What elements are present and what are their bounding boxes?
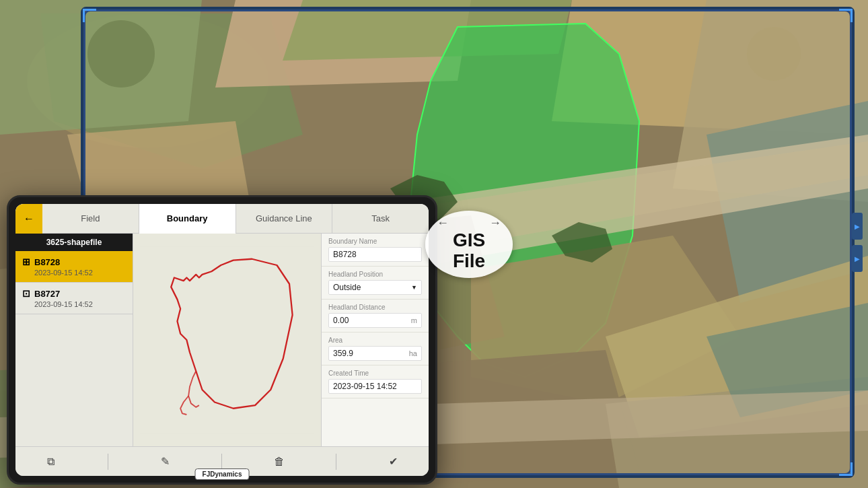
tab-boundary[interactable]: Boundary <box>139 204 236 234</box>
tablet-content: 3625-shapefile ⊞ B8728 2023-09-15 14:52 … <box>15 234 429 446</box>
tab-guidance[interactable]: Guidance Line <box>236 204 333 234</box>
headland-position-label: Headland Position <box>328 271 422 278</box>
area-field: Area 359.9 ha <box>322 333 429 365</box>
boundary-item-b8727-label: B8727 <box>34 289 60 299</box>
created-time-field: Created Time 2023-09-15 14:52 <box>322 365 429 398</box>
boundary-item-b8727-header: ⊡ B8727 <box>22 288 126 299</box>
delete-icon: 🗑 <box>274 456 285 468</box>
toolbar-divider-3 <box>336 454 336 470</box>
created-time-value: 2023-09-15 14:52 <box>328 379 422 394</box>
boundary-item-b8727[interactable]: ⊡ B8727 2023-09-15 14:52 <box>15 283 133 314</box>
tablet-screen: ← Field Boundary Guidance Line Task 3625… <box>15 204 429 476</box>
back-button[interactable]: ← <box>15 204 42 234</box>
boundary-item-b8728-header: ⊞ B8728 <box>22 256 126 267</box>
delete-button[interactable]: 🗑 <box>266 450 293 474</box>
area-label: Area <box>328 337 422 344</box>
boundary-name-value: B8728 <box>328 247 422 262</box>
copy-icon: ⧉ <box>47 456 55 468</box>
headland-position-field: Headland Position Outside ▼ <box>322 267 429 300</box>
details-panel: Boundary Name B8728 Headland Position Ou… <box>321 234 429 446</box>
boundary-item-b8728-label: B8728 <box>34 257 60 267</box>
area-value: 359.9 ha <box>328 346 422 361</box>
side-arrows-right: ▶ ▶ <box>852 213 863 272</box>
headland-distance-field: Headland Distance 0.00 m <box>322 300 429 333</box>
corner-tr <box>839 9 853 22</box>
right-arrow-2[interactable]: ▶ <box>852 245 863 272</box>
tablet-brand: FJDynamics <box>195 468 250 480</box>
boundary-drawing <box>140 240 314 440</box>
boundary-name-label: Boundary Name <box>328 238 422 245</box>
tablet-device: ← Field Boundary Guidance Line Task 3625… <box>7 195 437 485</box>
headland-distance-label: Headland Distance <box>328 304 422 311</box>
boundary-item-b8727-date: 2023-09-15 14:52 <box>22 300 126 308</box>
right-arrow-1[interactable]: ▶ <box>852 213 863 240</box>
toolbar-divider-1 <box>108 454 108 470</box>
boundary-icon-2: ⊡ <box>22 288 30 299</box>
arrow-right-icon: → <box>489 216 501 230</box>
boundary-icon-1: ⊞ <box>22 256 30 267</box>
tab-task[interactable]: Task <box>332 204 429 234</box>
back-icon: ← <box>24 213 34 225</box>
dropdown-icon: ▼ <box>411 284 417 291</box>
tab-field[interactable]: Field <box>42 204 139 234</box>
svg-rect-27 <box>140 246 314 433</box>
gis-file-label: ← → GIS File <box>425 211 513 278</box>
corner-tl <box>83 9 96 22</box>
toolbar-divider-2 <box>221 454 222 470</box>
gis-arrows: ← → <box>437 216 501 230</box>
edit-button[interactable]: ✎ <box>151 450 178 474</box>
edit-icon: ✎ <box>161 455 170 468</box>
boundary-item-b8728[interactable]: ⊞ B8728 2023-09-15 14:52 <box>15 251 133 283</box>
arrow-left-icon: ← <box>437 216 449 230</box>
headland-distance-unit: m <box>411 316 417 324</box>
map-preview-area <box>133 234 321 446</box>
headland-position-value[interactable]: Outside ▼ <box>328 280 422 295</box>
headland-distance-value: 0.00 m <box>328 313 422 328</box>
copy-button[interactable]: ⧉ <box>37 450 64 474</box>
confirm-icon: ✔ <box>389 455 398 468</box>
field-name-bar: 3625-shapefile <box>15 234 133 251</box>
boundary-name-field: Boundary Name B8728 <box>322 234 429 267</box>
tablet-sidebar: 3625-shapefile ⊞ B8728 2023-09-15 14:52 … <box>15 234 133 446</box>
area-unit: ha <box>409 349 417 357</box>
corner-br <box>839 462 853 476</box>
created-time-label: Created Time <box>328 370 422 377</box>
tablet-header: ← Field Boundary Guidance Line Task <box>15 204 429 234</box>
boundary-item-b8728-date: 2023-09-15 14:52 <box>22 269 126 277</box>
gis-title: GIS File <box>453 230 485 272</box>
confirm-button[interactable]: ✔ <box>380 450 407 474</box>
